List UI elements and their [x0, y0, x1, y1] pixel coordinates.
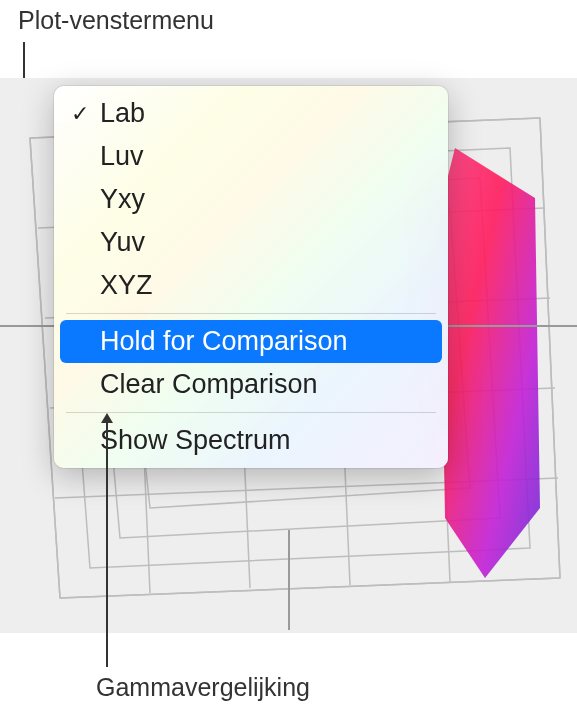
menu-item-yuv[interactable]: Yuv — [60, 221, 442, 264]
menu-item-show-spectrum[interactable]: Show Spectrum — [60, 419, 442, 462]
menu-separator — [66, 313, 436, 314]
menu-label: Clear Comparison — [100, 369, 428, 400]
menu-label: Yxy — [100, 184, 428, 215]
callout-bottom-label: Gammavergelijking — [96, 673, 310, 702]
callout-top-label: Plot-venstermenu — [18, 6, 214, 35]
menu-separator — [66, 412, 436, 413]
menu-item-luv[interactable]: Luv — [60, 135, 442, 178]
checkmark-icon: ✓ — [60, 101, 100, 127]
menu-item-clear-comparison[interactable]: Clear Comparison — [60, 363, 442, 406]
menu-label: Luv — [100, 141, 428, 172]
menu-label: Hold for Comparison — [100, 326, 428, 357]
svg-marker-0 — [440, 148, 540, 578]
menu-label: XYZ — [100, 270, 428, 301]
menu-item-lab[interactable]: ✓ Lab — [60, 92, 442, 135]
plot-popup-menu: ✓ Lab Luv Yxy Yuv XYZ Hold for Compariso… — [54, 86, 448, 468]
menu-label: Show Spectrum — [100, 425, 428, 456]
menu-label: Yuv — [100, 227, 428, 258]
axis-vertical — [288, 530, 290, 630]
menu-item-hold-comparison[interactable]: Hold for Comparison — [60, 320, 442, 363]
menu-label: Lab — [100, 98, 428, 129]
menu-item-xyz[interactable]: XYZ — [60, 264, 442, 307]
callout-arrow-bottom — [106, 415, 108, 667]
menu-item-yxy[interactable]: Yxy — [60, 178, 442, 221]
